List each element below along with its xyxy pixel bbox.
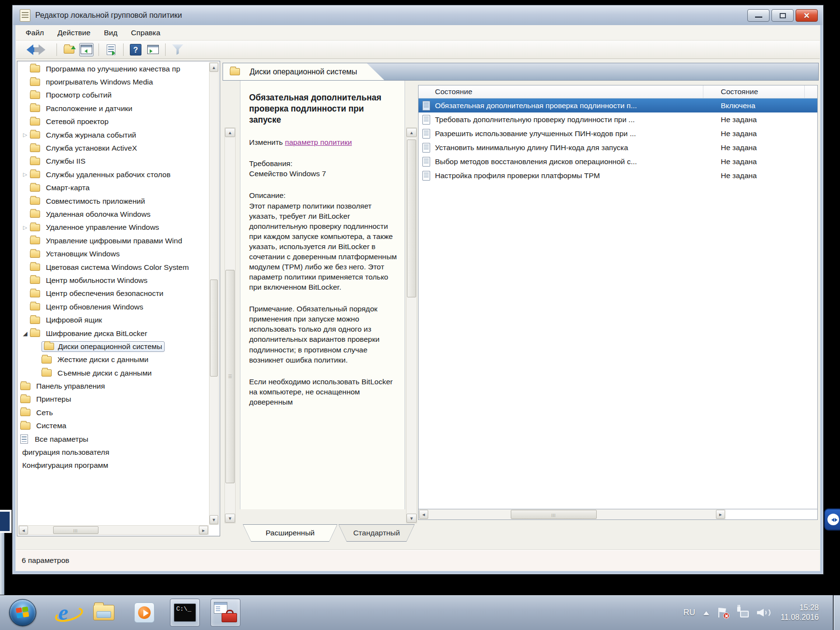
menu-item-0[interactable]: Файл (19, 27, 51, 39)
scroll-left-arrow[interactable]: ◄ (19, 526, 28, 534)
command-prompt-button[interactable]: C:\_ (170, 599, 200, 627)
folder-icon (30, 290, 40, 297)
setting-row[interactable]: Разрешить использование улучшенных ПИН-к… (419, 126, 817, 140)
tree-item[interactable]: Принтеры (18, 393, 209, 406)
tree-item[interactable]: Цветовая система Windows Color System (18, 261, 209, 274)
tree-vertical-scrollbar[interactable]: ▲ ▼ (209, 62, 219, 525)
tree-item[interactable]: фигурация пользователя (18, 446, 209, 459)
tree-item[interactable]: ▷Удаленное управление Windows (18, 221, 209, 234)
language-indicator[interactable]: RU (684, 608, 696, 617)
tree-item[interactable]: Просмотр событий (18, 89, 209, 102)
show-console-tree-button[interactable] (79, 43, 94, 56)
tree-item[interactable]: Центр мобильности Windows (18, 274, 209, 287)
tree-item[interactable]: проигрыватель Windows Media (18, 75, 209, 88)
clock[interactable]: 15:28 11.08.2016 (781, 603, 819, 622)
minimize-button[interactable] (747, 9, 770, 22)
action-center-flag-icon[interactable] (717, 607, 728, 618)
scroll-down-arrow[interactable]: ▼ (225, 514, 235, 523)
expand-arrow-icon[interactable]: ▷ (20, 171, 30, 178)
admin-toolbox-button[interactable] (210, 599, 240, 627)
tree-item[interactable]: Конфигурация программ (18, 459, 209, 472)
tree-item[interactable]: Совместимость приложений (18, 195, 209, 208)
tree-item-label: Все параметры (33, 434, 90, 444)
help-button[interactable]: ? (128, 43, 143, 56)
tree-item[interactable]: Сеть (18, 406, 209, 419)
menu-item-3[interactable]: Справка (124, 27, 167, 39)
tree-item[interactable]: Жесткие диски с данными (18, 353, 209, 366)
tree-item[interactable]: Центр обновления Windows (18, 300, 209, 313)
tab-standard[interactable]: Стандартный (338, 524, 415, 542)
scroll-thumb[interactable]: ||| (225, 270, 235, 483)
tree-item[interactable]: Центр обеспечения безопасности (18, 287, 209, 300)
setting-row[interactable]: Обязательная дополнительная проверка под… (419, 98, 817, 112)
tree-item[interactable]: Расположение и датчики (18, 102, 209, 115)
tree-item[interactable]: Установщик Windows (18, 247, 209, 260)
menu-item-1[interactable]: Действие (51, 27, 97, 39)
restore-button[interactable] (771, 9, 794, 22)
tree-item[interactable]: Диски операционной системы (18, 340, 209, 353)
scroll-down-arrow[interactable]: ▼ (406, 514, 417, 523)
description-vertical-scrollbar[interactable]: ▲ ▼ (406, 127, 417, 523)
network-icon[interactable] (736, 607, 749, 618)
tree-item[interactable]: ▷Службы удаленных рабочих столов (18, 168, 209, 181)
export-list-button[interactable] (104, 43, 118, 56)
up-one-level-button[interactable] (62, 43, 76, 56)
column-header-name[interactable]: Состояние (419, 85, 703, 98)
tree-item[interactable]: Программа по улучшению качества пр (18, 62, 209, 75)
titlebar[interactable]: Редактор локальной групповой политики ✕ (13, 6, 823, 25)
scroll-thumb[interactable] (407, 140, 416, 297)
tab-extended[interactable]: Расширенный (243, 524, 337, 542)
tree-item[interactable]: Смарт-карта (18, 182, 209, 195)
expand-arrow-icon[interactable]: ▷ (20, 224, 30, 231)
expand-arrow-icon[interactable]: ▷ (20, 132, 30, 138)
extended-view-left-scrollbar[interactable]: ▲ ||| ▼ (224, 127, 236, 523)
windows-explorer-button[interactable] (89, 599, 119, 627)
teamviewer-desktop-icon[interactable] (824, 508, 840, 531)
background-window-edge (0, 533, 4, 595)
close-button[interactable]: ✕ (796, 9, 818, 22)
setting-row[interactable]: Выбор методов восстановления дисков опер… (419, 154, 817, 168)
scroll-thumb[interactable] (210, 280, 218, 377)
forward-button[interactable] (37, 43, 52, 56)
tree-horizontal-scrollbar[interactable]: ◄ ||| ► (18, 525, 209, 535)
collapse-arrow-icon[interactable]: ◢ (20, 330, 30, 337)
menu-item-2[interactable]: Вид (97, 27, 124, 39)
list-horizontal-scrollbar[interactable]: ◄ ||| ► (419, 509, 726, 519)
tree-item[interactable]: Управление цифровыми правами Wind (18, 234, 209, 247)
scroll-left-arrow[interactable]: ◄ (419, 510, 428, 519)
folder-icon (42, 369, 52, 377)
tree-item[interactable]: Система (18, 420, 209, 433)
back-button[interactable] (20, 43, 34, 56)
setting-row[interactable]: Настройка профиля проверки платформы TPM… (419, 168, 817, 182)
internet-explorer-button[interactable]: e (48, 599, 78, 627)
filter-button[interactable] (170, 43, 185, 56)
scroll-up-arrow[interactable]: ▲ (406, 128, 417, 137)
show-action-pane-button[interactable] (146, 43, 160, 56)
setting-row[interactable]: Установить минимальную длину ПИН-кода дл… (419, 140, 817, 154)
tree-item[interactable]: Службы IIS (18, 155, 209, 168)
setting-row[interactable]: Требовать дополнительную проверку подлин… (419, 112, 817, 126)
tree-item[interactable]: Цифровой ящик (18, 313, 209, 326)
show-desktop-button[interactable] (833, 595, 840, 630)
column-header-state[interactable]: Состояние (703, 85, 805, 98)
media-player-button[interactable] (129, 599, 159, 627)
scroll-thumb[interactable]: ||| (53, 526, 98, 534)
tree-item[interactable]: Удаленная оболочка Windows (18, 208, 209, 221)
tree-item[interactable]: ◢Шифрование диска BitLocker (18, 327, 209, 340)
scroll-down-arrow[interactable]: ▼ (210, 515, 218, 524)
policy-setting-link[interactable]: параметр политики (285, 138, 352, 146)
tree-item[interactable]: Панель управления (18, 379, 209, 392)
tree-item[interactable]: Все параметры (18, 433, 209, 446)
scroll-thumb[interactable]: ||| (511, 510, 597, 519)
tree-item[interactable]: Служба установки ActiveX (18, 141, 209, 154)
scroll-right-arrow[interactable]: ► (199, 526, 208, 534)
scroll-up-arrow[interactable]: ▲ (225, 128, 235, 137)
tree-item[interactable]: Сетевой проектор (18, 115, 209, 128)
tree-item[interactable]: Съемные диски с данными (18, 366, 209, 379)
volume-icon[interactable] (757, 607, 770, 618)
tree-item[interactable]: ▷Служба журнала событий (18, 128, 209, 141)
scroll-right-arrow[interactable]: ► (716, 510, 725, 519)
hidden-icons-chevron-icon[interactable] (703, 608, 709, 615)
start-button[interactable] (8, 599, 38, 627)
scroll-up-arrow[interactable]: ▲ (210, 63, 218, 72)
